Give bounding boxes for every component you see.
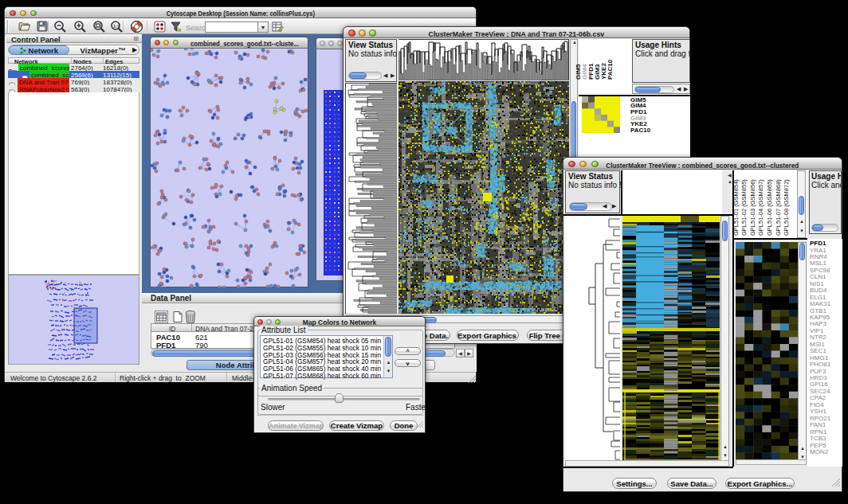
svg-text:1:1: 1:1 (113, 24, 120, 29)
